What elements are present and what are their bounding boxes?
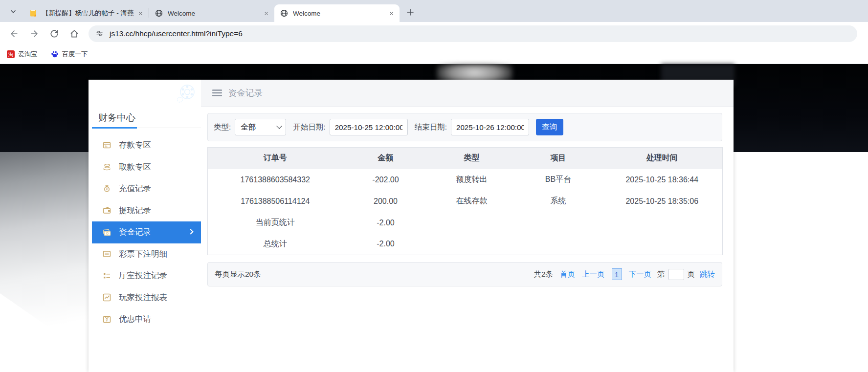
table-cell (515, 212, 602, 234)
end-date-label: 结束日期: (415, 122, 447, 132)
wallet-icon (103, 206, 111, 215)
bookmark-label: 百度一下 (62, 50, 88, 59)
table-row: 当前页统计-2.00 (208, 212, 723, 234)
tab-strip: 【新提醒】杨雪儿的帖子 - 海燕WelcomeWelcome (0, 0, 868, 22)
taobao-icon: 淘 (7, 50, 15, 58)
new-tab-button[interactable] (403, 5, 417, 19)
tab-search-button[interactable] (6, 4, 21, 19)
sidebar-item-label: 充值记录 (119, 183, 151, 194)
next-page-link[interactable]: 下一页 (629, 269, 652, 280)
table-row: 总统计-2.00 (208, 234, 723, 255)
sidebar-item[interactable]: 彩票下注明细 (92, 243, 201, 265)
bookmarks-list: 淘爱淘宝百度一下 (7, 50, 101, 59)
type-label: 类型: (214, 122, 231, 132)
hand-coin-icon (103, 163, 111, 171)
table-header-cell: 类型 (429, 148, 515, 169)
table-cell: 系统 (515, 191, 602, 212)
background-strip (0, 152, 89, 372)
first-page-link[interactable]: 首页 (560, 269, 575, 280)
browser-tab[interactable]: Welcome (274, 4, 400, 22)
svg-text:¥: ¥ (106, 187, 108, 191)
table-cell: 1761388506114124 (208, 191, 343, 212)
sidebar-item-label: 提现记录 (119, 205, 151, 216)
note-icon (29, 9, 37, 17)
sidebar-item[interactable]: 资金记录 (92, 221, 201, 243)
table-cell: 在线存款 (429, 191, 515, 212)
main-content: 资金记录 类型: 全部 开始日期: 结束日期: 查询 订单号金额 (201, 80, 734, 372)
browser-tab[interactable]: 【新提醒】杨雪儿的帖子 - 海燕 (23, 4, 149, 22)
tab-title: Welcome (293, 10, 384, 17)
tab-close-icon[interactable] (262, 9, 270, 18)
type-select[interactable]: 全部 (235, 119, 286, 135)
sidebar-item[interactable]: ¥充值记录 (92, 178, 201, 200)
table-cell (602, 234, 723, 255)
home-icon (69, 29, 79, 39)
table-header-cell: 处理时间 (602, 148, 723, 169)
sidebar-header: 玩家中心 PLAYERS CENTER (92, 80, 201, 107)
user-center-panel: 玩家中心 PLAYERS CENTER 财务中心 存款专区取款专区¥充值记录提现… (89, 80, 734, 372)
sidebar-item[interactable]: 取款专区 (92, 156, 201, 178)
receipt-list-icon (103, 250, 111, 258)
table-cell: 当前页统计 (208, 212, 343, 234)
banknotes-icon (103, 228, 111, 237)
table-cell: BB平台 (515, 169, 602, 191)
sidebar-item[interactable]: 玩家投注报表 (92, 287, 201, 309)
sidebar-item[interactable]: ¥优惠申请 (92, 308, 201, 330)
roulette-decor-icon (175, 82, 197, 105)
menu-icon[interactable] (212, 89, 222, 96)
search-button[interactable]: 查询 (536, 119, 563, 135)
bookmark-item[interactable]: 淘爱淘宝 (7, 50, 37, 59)
table-cell: -2.00 (343, 212, 429, 234)
page-size-label: 每页显示20条 (215, 269, 261, 280)
prev-page-link[interactable]: 上一页 (582, 269, 605, 280)
tab-close-icon[interactable] (387, 9, 396, 18)
sidebar-item[interactable]: 提现记录 (92, 200, 201, 222)
pagination-bar: 每页显示20条 共2条 首页 上一页 1 下一页 第 页 跳转 (207, 262, 722, 286)
address-bar[interactable]: js13.cc/hhcp/usercenter.html?iniType=6 (89, 25, 857, 42)
table-cell: 200.00 (343, 191, 429, 212)
start-date-input[interactable] (330, 119, 408, 135)
sidebar-item-label: 取款专区 (119, 162, 151, 173)
bookmarks-bar: 淘爱淘宝百度一下 (0, 45, 868, 64)
sidebar-item-label: 资金记录 (119, 227, 151, 238)
table-cell: 1761388603584332 (208, 169, 343, 191)
records-table: 订单号金额类型项目处理时间 1761388603584332-202.00额度转… (207, 147, 723, 255)
home-button[interactable] (66, 25, 83, 42)
sidebar-item-label: 玩家投注报表 (119, 292, 167, 303)
table-cell (602, 212, 723, 234)
svg-text:淘: 淘 (8, 52, 13, 57)
table-header-cell: 项目 (515, 148, 602, 169)
site-settings-icon[interactable] (95, 29, 104, 38)
content-header: 资金记录 (201, 80, 734, 107)
reload-icon (49, 29, 59, 39)
globe-icon (280, 9, 288, 17)
bookmark-label: 爱淘宝 (18, 50, 37, 59)
coupon-icon: ¥ (103, 315, 111, 324)
back-icon (9, 29, 19, 39)
sidebar-section-label: 财务中心 (92, 107, 201, 128)
back-button[interactable] (6, 25, 22, 42)
money-bag-icon: ¥ (103, 185, 111, 193)
tab-close-icon[interactable] (136, 9, 145, 18)
chevron-right-icon (188, 229, 193, 235)
start-date-label: 开始日期: (293, 122, 325, 132)
browser-toolbar: js13.cc/hhcp/usercenter.html?iniType=6 (0, 22, 868, 45)
table-cell: 2025-10-25 18:36:44 (602, 169, 723, 191)
sidebar-menu: 存款专区取款专区¥充值记录提现记录资金记录彩票下注明细厅室投注记录玩家投注报表¥… (92, 134, 201, 330)
filter-bar: 类型: 全部 开始日期: 结束日期: 查询 (207, 113, 722, 141)
reload-button[interactable] (46, 25, 63, 42)
sidebar-item[interactable]: 存款专区 (92, 134, 201, 156)
jump-page-input[interactable] (668, 269, 684, 280)
forward-icon (29, 29, 39, 39)
background-wedge (0, 293, 88, 372)
plus-icon (407, 9, 414, 16)
forward-button[interactable] (26, 25, 43, 42)
jump-go-link[interactable]: 跳转 (700, 269, 715, 280)
browser-tab[interactable]: Welcome (149, 4, 274, 22)
bookmark-item[interactable]: 百度一下 (51, 50, 88, 59)
end-date-input[interactable] (451, 119, 529, 135)
sidebar-item[interactable]: 厅室投注记录 (92, 265, 201, 287)
sidebar-item-label: 厅室投注记录 (119, 270, 167, 281)
current-page[interactable]: 1 (612, 268, 622, 280)
sidebar-item-label: 存款专区 (119, 140, 151, 151)
